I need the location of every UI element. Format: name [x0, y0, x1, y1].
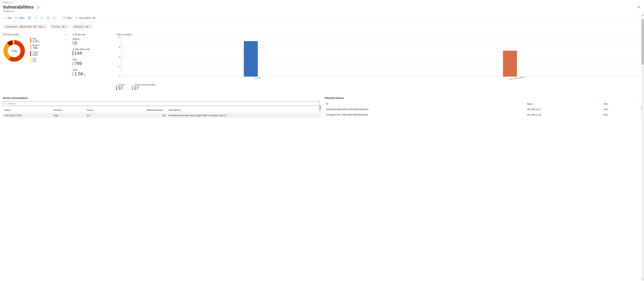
share-icon[interactable]	[40, 16, 44, 20]
chevron-down-icon: ▾	[44, 26, 45, 28]
panel-title-affected: Affected devices	[324, 97, 641, 99]
col-site[interactable]: Site↑↓	[602, 101, 642, 107]
col-affected[interactable]: Affected devices ↑↓	[114, 107, 167, 113]
vendor-bar-chart[interactable]: 40 30 20 10 0 siemens ...mation/allen-br…	[120, 38, 641, 80]
donut-total: 2.5ᴋ	[11, 49, 17, 53]
severity-legend: High1.47 ᴋ Medium746 Critical220 Low72	[30, 38, 40, 64]
pin-icon[interactable]	[36, 5, 41, 9]
persite-item[interactable]: default 6	[72, 38, 111, 45]
col-name[interactable]: Name ↑↓	[3, 107, 52, 113]
sort-icon: ↑↓	[11, 109, 13, 111]
card-title-persite: CVE per site	[72, 33, 111, 36]
help-button[interactable]: ? Help	[62, 16, 72, 20]
card-title-severity: CVE by severity	[3, 33, 19, 36]
devvuln-table: Name ↑↓ Severity ↑↓ Score ↑↓ Affected de…	[3, 107, 320, 118]
autorefresh-toggle[interactable]: Auto refresh: Off	[74, 16, 96, 20]
filter-bar: Subscription:Rome ILDC - IoT - Dev▾ Seve…	[3, 22, 641, 33]
command-bar: Edit Open ? Help Auto refresh: Off	[3, 15, 641, 22]
breadcrumb: Home ❯	[3, 1, 641, 4]
persite-list: default 6 ot-gtm-demo-site 144 Muli 799 …	[72, 38, 111, 76]
persite-item[interactable]: ot-gtm-demo-site 144	[72, 48, 111, 55]
col-desc[interactable]: Descriptsion↑↓	[167, 107, 320, 113]
vendor-legend-item[interactable]: rockwell automation/allen…27	[132, 84, 158, 90]
table-row[interactable]: CVE-2018-17924High8.6 102Rockwell Automa…	[3, 113, 320, 118]
filter-severity[interactable]: Severity:All▾	[50, 24, 69, 29]
col-score[interactable]: Score ↑↓	[86, 107, 114, 113]
col-severity[interactable]: Severity ↑↓	[52, 107, 86, 113]
vendor-legend-item[interactable]: siemens37	[116, 84, 125, 90]
col-id[interactable]: ID↑↓	[324, 101, 526, 107]
page-title: Vulnerabilities	[3, 4, 34, 10]
col-name2[interactable]: Name↑↓	[526, 101, 602, 107]
edit-button[interactable]: Edit	[3, 16, 12, 20]
breadcrumb-home[interactable]: Home	[3, 1, 9, 4]
scroll-up-icon[interactable]: ▲	[641, 14, 644, 17]
filter-sitename[interactable]: SiteName:All▾	[71, 24, 93, 29]
search-icon	[4, 102, 7, 105]
persite-item[interactable]: Amit 1.56ᴋ	[72, 69, 111, 76]
svg-text:?: ?	[64, 17, 65, 19]
scrollbar[interactable]	[319, 105, 321, 118]
close-icon[interactable]: ✕	[636, 4, 641, 10]
save-icon[interactable]	[27, 16, 32, 20]
affected-table: ID↑↓ Name↑↓ Site↑↓ 00e082c0-638a-480f-97…	[324, 101, 641, 117]
chart-bar[interactable]: siemens	[244, 41, 258, 77]
panel-title-devvuln: Device vulnerabiltieis	[3, 97, 28, 99]
page-scrollbar[interactable]: ▲ ▼	[641, 14, 644, 122]
chart-bar[interactable]: ...mation/allen-bradley (1)	[503, 51, 517, 77]
refresh-icon[interactable]	[33, 16, 38, 20]
vendor-legend: siemens37 rockwell automation/allen…27	[116, 84, 641, 90]
undo-icon[interactable]	[64, 34, 67, 37]
svg-point-0	[54, 17, 56, 19]
subtitle: Contoso Ltd.	[3, 10, 45, 13]
search-field[interactable]	[8, 102, 318, 105]
feedback-icon[interactable]	[52, 16, 57, 20]
persite-item[interactable]: Muli 799	[72, 58, 111, 66]
table-row[interactable]: 00e082c0-638a-480f-9754-56b035d6ec24192.…	[324, 107, 641, 112]
card-title-vendor: CVE by vendor	[116, 33, 641, 36]
legend-item[interactable]: Critical220	[30, 51, 40, 57]
filter-subscription[interactable]: Subscription:Rome ILDC - IoT - Dev▾	[3, 24, 48, 29]
search-input[interactable]	[3, 101, 320, 106]
panel-more-icon[interactable]: ···	[317, 97, 320, 101]
chevron-down-icon: ▾	[89, 26, 90, 28]
device-vuln-panel: Device vulnerabiltieis ··· Name ↑↓ Sever…	[3, 97, 320, 118]
severity-donut[interactable]: 2.5ᴋ	[3, 40, 26, 62]
legend-item[interactable]: High1.47 ᴋ	[30, 38, 40, 43]
legend-item[interactable]: Low72	[30, 58, 40, 63]
more-icon[interactable]: ···	[43, 6, 45, 9]
chevron-down-icon: ▾	[66, 26, 67, 28]
pin-toolbar-icon[interactable]	[46, 16, 50, 20]
table-row[interactable]: 01bdeafc-7817-455e-96f4-960e46e4aac8192.…	[324, 112, 641, 117]
legend-item[interactable]: Medium746	[30, 44, 40, 50]
chevron-right-icon: ❯	[10, 2, 12, 4]
open-button[interactable]: Open	[14, 16, 26, 20]
affected-panel: Affected devices ID↑↓ Name↑↓ Site↑↓ 00e0…	[324, 97, 641, 118]
autorefresh-label: Auto refresh: Off	[79, 17, 95, 19]
scroll-thumb[interactable]	[641, 19, 644, 65]
svg-point-7	[4, 102, 6, 104]
